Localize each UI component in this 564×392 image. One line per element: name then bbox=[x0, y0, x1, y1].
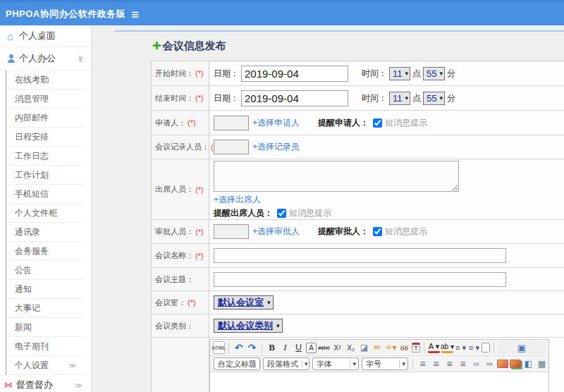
unlink-icon[interactable]: ∞ bbox=[484, 357, 496, 370]
field-label-text: 开始时间： bbox=[155, 68, 194, 79]
html-source-button[interactable]: HTML bbox=[213, 341, 225, 354]
select-recorder-link[interactable]: +选择记录员 bbox=[252, 141, 300, 153]
font-family-select[interactable]: 字体 bbox=[312, 357, 359, 370]
supervision-icon: ⋈ bbox=[4, 380, 16, 390]
sidebar-submenu-item[interactable]: 内部邮件 bbox=[6, 109, 85, 128]
sms-remind-checkbox[interactable] bbox=[373, 118, 382, 128]
highlight-color-icon[interactable]: ab ▾ bbox=[441, 343, 453, 353]
format-brush-icon[interactable]: ✏ bbox=[372, 341, 384, 354]
sidebar-item-personal-settings[interactable]: 个人设置 ≫ bbox=[6, 356, 85, 375]
sidebar-submenu-item[interactable]: 公告 bbox=[6, 261, 85, 280]
field-label: 会议记录人员：(*) bbox=[152, 135, 209, 159]
sidebar-submenu-item[interactable]: 消息管理 bbox=[6, 90, 85, 109]
italic-icon[interactable]: I bbox=[279, 341, 291, 354]
required-mark: (*) bbox=[188, 118, 196, 127]
home-icon: ⌂ bbox=[7, 30, 19, 42]
sidebar-submenu-item[interactable]: 电子期刊 bbox=[6, 337, 85, 356]
meeting-room-select[interactable]: 默认会议室 ▾ bbox=[214, 295, 274, 310]
link-icon[interactable]: ∞ bbox=[470, 357, 482, 370]
fullscreen-icon[interactable]: ▣ bbox=[498, 341, 546, 354]
form-row-recorder: 会议记录人员：(*) +选择记录员 bbox=[152, 135, 564, 159]
chevron-right-icon: ≫ bbox=[75, 381, 82, 389]
sidebar-submenu-item[interactable]: 会务服务 bbox=[6, 242, 85, 261]
sidebar-item-supervision[interactable]: ⋈ 督查督办 ≫ bbox=[0, 375, 91, 392]
sidebar-submenu-item[interactable]: 手机短信 bbox=[6, 185, 85, 204]
end-minute-select[interactable]: 55▾ bbox=[423, 92, 445, 105]
unordered-list-icon[interactable]: ≡ ▾ bbox=[468, 341, 480, 354]
paste-icon[interactable]: T bbox=[412, 343, 420, 353]
minute-unit-label: 分 bbox=[447, 68, 455, 80]
insert-table-icon[interactable]: ▦ bbox=[536, 357, 548, 370]
meeting-category-select[interactable]: 默认会议类别 ▾ bbox=[214, 319, 283, 333]
remove-format-icon[interactable]: ◪ bbox=[358, 341, 370, 354]
approver-input[interactable] bbox=[214, 224, 249, 239]
blockquote-icon[interactable]: 66 bbox=[398, 341, 410, 354]
redo-icon[interactable]: ↷ bbox=[246, 341, 258, 354]
applicant-input[interactable] bbox=[214, 116, 249, 130]
sidebar-submenu-item[interactable]: 工作日志 bbox=[6, 147, 85, 166]
start-date-input[interactable] bbox=[241, 66, 348, 82]
meeting-subject-input[interactable] bbox=[214, 272, 506, 287]
insert-media-icon[interactable] bbox=[510, 360, 521, 368]
end-hour-select[interactable]: 11▾ bbox=[389, 92, 410, 105]
form-row-attendees: 出席人员：(*) +选择出席人 提醒出席人员： 短消息提示 bbox=[152, 159, 564, 220]
start-hour-select[interactable]: 11▾ bbox=[389, 67, 410, 80]
select-attendees-link[interactable]: +选择出席人 bbox=[214, 194, 261, 206]
align-center-icon[interactable]: ≡ bbox=[430, 357, 442, 370]
subscript-icon[interactable]: X₂ bbox=[345, 341, 357, 354]
field-content: 默认会议类别 ▾ bbox=[209, 314, 564, 337]
align-justify-icon[interactable]: ≡ bbox=[457, 357, 469, 370]
sidebar-submenu-item[interactable]: 个人文件柜 bbox=[6, 204, 85, 223]
sidebar-item-personal-desktop[interactable]: ⌂ 个人桌面 bbox=[0, 25, 91, 47]
undo-icon[interactable]: ↶ bbox=[233, 341, 245, 354]
sidebar-submenu-item[interactable]: 在线考勤 bbox=[6, 71, 85, 90]
required-mark: (*) bbox=[195, 228, 204, 236]
editor-toolbar-row-2: 自定义标题 段落格式 字体 字号 ≡ bbox=[210, 355, 548, 372]
sidebar-submenu-item[interactable]: 大事记 bbox=[6, 299, 85, 318]
new-page-icon[interactable] bbox=[482, 343, 490, 353]
user-icon bbox=[7, 54, 16, 63]
sidebar-submenu-item[interactable]: 日程安排 bbox=[6, 128, 85, 147]
hamburger-menu-icon[interactable]: ≡ bbox=[131, 5, 139, 25]
align-right-icon[interactable]: ≡ bbox=[443, 357, 455, 370]
sidebar-submenu-item[interactable]: 通讯录 bbox=[6, 223, 85, 242]
attendees-textarea[interactable] bbox=[214, 161, 459, 192]
start-minute-select[interactable]: 55▾ bbox=[423, 67, 445, 80]
field-content: HTML ↶ ↷ B I bbox=[209, 338, 564, 392]
bold-icon[interactable]: B bbox=[266, 341, 278, 354]
sidebar-submenu: 在线考勤 消息管理 内部邮件 日程安排 工作日志 工作计划 手机短信 个人文件柜… bbox=[6, 71, 85, 356]
superscript-icon[interactable]: X² bbox=[331, 341, 343, 354]
ordered-list-icon[interactable]: ≡ ▾ bbox=[455, 341, 467, 354]
font-color-icon[interactable]: A ▾ bbox=[428, 343, 440, 353]
align-left-icon[interactable]: ≡ bbox=[417, 357, 429, 370]
field-content: +选择记录员 bbox=[209, 135, 564, 159]
chevron-right-icon: ≫ bbox=[69, 356, 76, 375]
editor-content-area[interactable] bbox=[210, 372, 548, 392]
page-layout-icon[interactable]: ◧ bbox=[522, 357, 534, 370]
sidebar-submenu-item[interactable]: 新闻 bbox=[6, 318, 85, 337]
sidebar-item-personal-office[interactable]: 个人办公 ≫ bbox=[0, 47, 91, 71]
font-style-icon[interactable]: A bbox=[306, 343, 317, 353]
sidebar-submenu-item[interactable]: 通知 bbox=[6, 280, 85, 299]
font-size-select[interactable]: 字号 bbox=[362, 357, 408, 370]
required-mark: (*) bbox=[195, 69, 204, 78]
sms-remind-checkbox[interactable] bbox=[373, 227, 382, 236]
chevron-down-icon: ▾ bbox=[276, 322, 280, 329]
underline-icon[interactable]: U bbox=[293, 341, 305, 354]
select-approver-link[interactable]: +选择审批人 bbox=[252, 226, 300, 238]
quick-format-icon[interactable]: ✧▾ bbox=[385, 341, 397, 354]
sms-remind-checkbox[interactable] bbox=[277, 209, 286, 218]
select-applicant-link[interactable]: +选择申请人 bbox=[252, 117, 300, 129]
strikethrough-icon[interactable]: ABC bbox=[318, 341, 330, 354]
insert-image-icon[interactable] bbox=[497, 360, 508, 368]
meeting-name-input[interactable] bbox=[214, 248, 506, 263]
end-date-input[interactable] bbox=[241, 90, 348, 106]
heading-select[interactable]: 自定义标题 bbox=[214, 357, 260, 370]
paragraph-format-select[interactable]: 段落格式 bbox=[263, 357, 309, 370]
form-row-end-time: 结束时间：(*) 日期： 时间： 11▾ 点 55▾ 分 bbox=[152, 86, 564, 111]
sidebar-submenu-item[interactable]: 工作计划 bbox=[6, 166, 85, 185]
field-content: +选择申请人 提醒申请人： 短消息提示 bbox=[209, 111, 564, 135]
recorder-input[interactable] bbox=[214, 140, 249, 154]
field-label: 申请人：(*) bbox=[152, 111, 209, 135]
field-label: 开始时间：(*) bbox=[152, 61, 209, 85]
